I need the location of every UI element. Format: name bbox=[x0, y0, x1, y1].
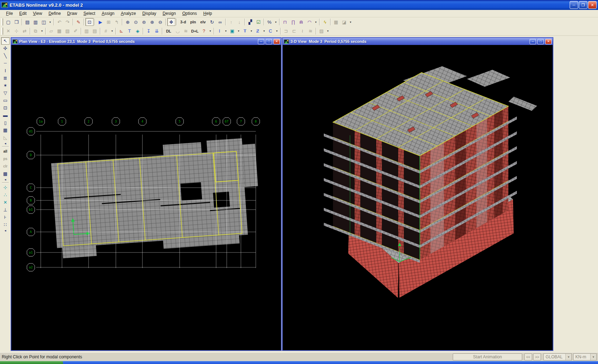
v3d-close-button[interactable]: ✕ bbox=[545, 39, 552, 44]
view-elevation-button[interactable]: elv bbox=[198, 18, 208, 26]
show-query-button[interactable]: ? bbox=[200, 27, 208, 35]
run-analysis-button[interactable]: ▶ bbox=[96, 18, 105, 26]
collapse-draw-arrow[interactable]: ◂ bbox=[1, 141, 10, 146]
select-pointer-button[interactable]: ↖ bbox=[1, 37, 10, 45]
pan-button[interactable]: ✥ bbox=[167, 18, 175, 26]
material-caret[interactable]: ▾ bbox=[326, 27, 330, 35]
reshape-object-button[interactable]: ✣ bbox=[1, 45, 10, 52]
menu-item[interactable]: Options bbox=[179, 10, 200, 17]
toolbar-handle[interactable] bbox=[1, 18, 3, 25]
slab-section-caret[interactable]: ▾ bbox=[236, 27, 241, 35]
app-minimize-button[interactable]: ─ bbox=[570, 1, 578, 9]
rubber-band-zoom-button[interactable]: ⊕ bbox=[124, 18, 132, 26]
snap-perpendicular-button[interactable]: ⊥ bbox=[1, 206, 10, 214]
assign-display-caret[interactable]: ▾ bbox=[273, 18, 278, 26]
plan-close-button[interactable]: ✕ bbox=[273, 39, 280, 44]
previous-zoom-button[interactable]: ⊜ bbox=[140, 18, 148, 26]
menu-item[interactable]: View bbox=[30, 10, 45, 17]
quick-draw-secondary-beams-button[interactable]: ≣ bbox=[1, 74, 10, 82]
lock-model-button[interactable]: ⊡ bbox=[85, 18, 94, 26]
view-plan-button[interactable]: pln bbox=[188, 18, 198, 26]
print-button[interactable]: ▥ bbox=[32, 18, 40, 26]
collapse-snap-arrow[interactable]: ◂ bbox=[1, 228, 10, 233]
save-model-button[interactable]: ▤ bbox=[23, 18, 32, 26]
start-button-fragment[interactable] bbox=[0, 361, 63, 364]
next-mode-button[interactable]: >> bbox=[533, 353, 541, 360]
quick-draw-area-button[interactable]: ⊡ bbox=[1, 104, 10, 112]
draw-rect-area-button[interactable]: ▭ bbox=[1, 97, 10, 104]
menu-item[interactable]: Draw bbox=[64, 10, 80, 17]
design-caret[interactable]: ▾ bbox=[348, 18, 353, 26]
menu-item[interactable]: Analyze bbox=[118, 10, 139, 17]
toolbar-handle[interactable] bbox=[1, 28, 3, 35]
app-restore-button[interactable]: ❐ bbox=[579, 1, 587, 9]
show-labels-button[interactable]: T bbox=[125, 27, 134, 35]
menu-item[interactable]: Help bbox=[200, 10, 215, 17]
assign-display-button[interactable]: % bbox=[265, 18, 273, 26]
set-view-options-button[interactable]: ☑ bbox=[254, 18, 263, 26]
channel-section-button[interactable]: C bbox=[266, 27, 275, 35]
query-caret[interactable]: ▾ bbox=[208, 27, 213, 35]
menu-item[interactable]: File bbox=[3, 10, 16, 17]
quick-draw-caret[interactable]: ▾ bbox=[314, 18, 318, 26]
show-combo-load-button[interactable]: D+L bbox=[190, 27, 200, 35]
rotate-3d-view-button[interactable]: ↻ bbox=[208, 18, 216, 26]
draw-line-button[interactable]: ╲ bbox=[1, 52, 10, 59]
run-button[interactable]: ϟ bbox=[321, 18, 329, 26]
quick-draw-frame-button[interactable]: ∏ bbox=[289, 18, 297, 26]
collapse-select-arrow[interactable]: ◂ bbox=[1, 177, 10, 182]
coordinate-system-select[interactable]: GLOBAL ▼ bbox=[543, 353, 572, 360]
v3d-minimize-button[interactable]: ─ bbox=[530, 39, 536, 44]
plan-view-titlebar[interactable]: Plan View - E3 - Elevation 23,1 Mode 3 P… bbox=[11, 38, 281, 45]
menu-item[interactable]: Display bbox=[139, 10, 159, 17]
channel-section-caret[interactable]: ▾ bbox=[275, 27, 279, 35]
snap-lines-edges-button[interactable]: ⊦ bbox=[1, 214, 10, 221]
menu-item[interactable]: Select bbox=[80, 10, 98, 17]
menu-item[interactable]: Assign bbox=[98, 10, 118, 17]
draw-mesh-button[interactable]: ▦ bbox=[1, 126, 10, 134]
draw-frame-button[interactable]: ┄ bbox=[1, 59, 10, 67]
menu-item[interactable]: Design bbox=[159, 10, 179, 17]
windows-taskbar[interactable] bbox=[0, 361, 598, 364]
zoom-out-button[interactable]: ⊖ bbox=[156, 18, 164, 26]
snap-midpoints-button[interactable]: ∴ bbox=[1, 191, 10, 199]
snap-fine-grid-button[interactable]: ∷ bbox=[1, 221, 10, 228]
view-3d-titlebar[interactable]: 3-D View Mode 3 Period 0,5755 seconds ─□… bbox=[283, 38, 553, 45]
select-all-button[interactable]: all bbox=[1, 148, 10, 155]
replicate-caret[interactable]: ▾ bbox=[40, 27, 44, 35]
snap-intersections-button[interactable]: ✕ bbox=[1, 199, 10, 206]
print-graphics-button[interactable]: ◫ bbox=[40, 18, 48, 26]
slab-section-button[interactable]: ▣ bbox=[228, 27, 236, 35]
plan-minimize-button[interactable]: ─ bbox=[258, 39, 264, 44]
v3d-maximize-button[interactable]: □ bbox=[537, 39, 544, 44]
select-by-groups-button[interactable]: ▩ bbox=[1, 170, 10, 177]
frame-section-button[interactable]: I bbox=[215, 27, 224, 35]
edit-model-button[interactable]: ✎ bbox=[74, 18, 83, 26]
show-axes-button[interactable]: ⊾ bbox=[117, 27, 125, 35]
menu-item[interactable]: Define bbox=[45, 10, 64, 17]
restore-full-view-button[interactable]: ⊙ bbox=[132, 18, 140, 26]
new-model-button[interactable]: ▢ bbox=[4, 18, 12, 26]
tee-section-button[interactable]: Ŧ bbox=[241, 27, 249, 35]
app-close-button[interactable]: ✕ bbox=[588, 1, 597, 9]
view-3d-canvas[interactable] bbox=[283, 45, 553, 350]
zoom-in-button[interactable]: ⊕ bbox=[148, 18, 156, 26]
draw-area-button[interactable]: ▽ bbox=[1, 89, 10, 97]
print-options-caret[interactable]: ▾ bbox=[48, 18, 52, 26]
snap-points-button[interactable]: ⊹ bbox=[1, 184, 10, 191]
menu-item[interactable]: Edit bbox=[16, 10, 30, 17]
open-file-button[interactable]: ❒ bbox=[12, 18, 21, 26]
units-select[interactable]: KN-m ▼ bbox=[573, 353, 597, 360]
waffle-caret[interactable]: ▾ bbox=[110, 27, 114, 35]
object-shrink-toggle-button[interactable]: ▞ bbox=[246, 18, 254, 26]
zee-section-caret[interactable]: ▾ bbox=[262, 27, 266, 35]
perspective-toggle-button[interactable]: ∞ bbox=[216, 18, 224, 26]
quick-draw-braced-button[interactable]: ⋒ bbox=[297, 18, 305, 26]
plan-view-canvas[interactable]: 1a 1 2 3 4 5 6 6T 7 8 d1 D C B b1 A a1 a… bbox=[11, 45, 281, 350]
plan-maximize-button[interactable]: □ bbox=[266, 39, 272, 44]
show-distributed-loads-button[interactable]: ⇊ bbox=[153, 27, 161, 35]
show-plane-button[interactable]: ◈ bbox=[134, 27, 142, 35]
frame-section-caret[interactable]: ▾ bbox=[224, 27, 228, 35]
tee-section-caret[interactable]: ▾ bbox=[249, 27, 254, 35]
quick-draw-portal-button[interactable]: ⊓ bbox=[281, 18, 289, 26]
